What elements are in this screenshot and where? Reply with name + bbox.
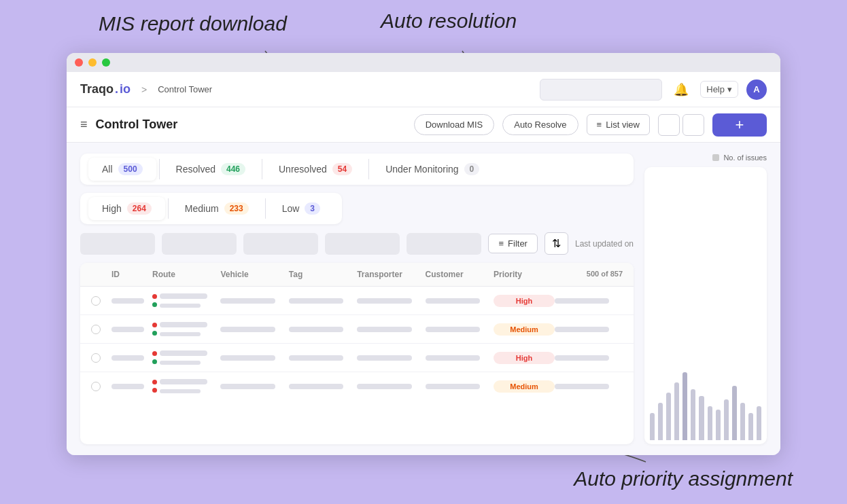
close-btn[interactable] bbox=[75, 58, 83, 67]
chart-bar bbox=[740, 403, 745, 440]
filter-row: ≡ Filter ⇅ Last updated on bbox=[80, 232, 634, 255]
priority-tab-high[interactable]: High 264 bbox=[88, 197, 165, 220]
row-checkbox[interactable] bbox=[91, 325, 101, 334]
help-label: Help bbox=[706, 84, 725, 94]
download-mis-button[interactable]: Download MIS bbox=[414, 114, 495, 135]
divider bbox=[168, 198, 169, 219]
last-updated-label: Last updated on bbox=[575, 239, 634, 249]
search-bar[interactable] bbox=[540, 79, 662, 101]
vehicle-cell bbox=[220, 355, 275, 361]
row-checkbox[interactable] bbox=[91, 353, 101, 363]
logo-traqo: Traqo bbox=[80, 82, 114, 96]
priority-medium-badge: 233 bbox=[224, 202, 249, 215]
chart-bar bbox=[732, 386, 737, 440]
priority-cell: High bbox=[494, 295, 555, 307]
status-tab-unresolved[interactable]: Unresolved 54 bbox=[265, 158, 366, 181]
status-resolved-badge: 446 bbox=[221, 163, 245, 175]
help-button[interactable]: Help ▾ bbox=[700, 81, 738, 98]
main-area: All 500 Resolved 446 Unresolved 54 bbox=[67, 143, 780, 455]
divider bbox=[368, 159, 369, 179]
logo: Traqo.io bbox=[80, 82, 131, 96]
created-cell bbox=[555, 355, 609, 361]
status-tab-monitoring[interactable]: Under Monitoring 0 bbox=[372, 158, 493, 181]
id-cell bbox=[111, 327, 144, 332]
list-icon: ≡ bbox=[597, 120, 602, 130]
status-unresolved-label: Unresolved bbox=[279, 164, 327, 175]
chart-bar bbox=[757, 406, 761, 440]
annotation-auto-res: Auto resolution bbox=[381, 10, 517, 33]
route-sub-cell bbox=[160, 332, 201, 336]
chart-bar bbox=[724, 399, 729, 440]
chart-bar bbox=[666, 393, 671, 440]
priority-cell: High bbox=[494, 352, 555, 364]
list-view-button[interactable]: ≡ List view bbox=[587, 114, 650, 135]
priority-high-label: High bbox=[102, 203, 122, 214]
add-button[interactable]: + bbox=[712, 113, 767, 137]
left-panel: All 500 Resolved 446 Unresolved 54 bbox=[80, 154, 634, 444]
vehicle-cell bbox=[220, 327, 275, 332]
transporter-cell bbox=[357, 327, 411, 332]
transporter-cell bbox=[357, 384, 411, 389]
bell-icon[interactable]: 🔔 bbox=[670, 79, 692, 101]
tag-cell bbox=[289, 327, 343, 332]
filter-skeleton-4 bbox=[325, 233, 400, 255]
created-cell bbox=[555, 327, 609, 332]
chart-bar bbox=[716, 410, 721, 440]
tag-cell bbox=[289, 384, 343, 389]
status-dot bbox=[152, 302, 157, 307]
status-monitoring-label: Under Monitoring bbox=[385, 164, 458, 175]
row-checkbox[interactable] bbox=[91, 382, 101, 391]
status-dot bbox=[152, 323, 157, 327]
table-row: High bbox=[80, 344, 634, 372]
status-tab-resolved[interactable]: Resolved 446 bbox=[162, 158, 259, 181]
chart-bar bbox=[674, 382, 679, 440]
priority-tab-medium[interactable]: Medium 233 bbox=[171, 197, 262, 220]
priority-tabs: High 264 Medium 233 Low 3 bbox=[80, 193, 342, 224]
maximize-btn[interactable] bbox=[102, 58, 110, 67]
col-id: ID bbox=[111, 270, 152, 279]
page-header: ≡ Control Tower Download MIS Auto Resolv… bbox=[67, 107, 780, 143]
id-cell bbox=[111, 298, 144, 304]
sort-button[interactable]: ⇅ bbox=[544, 232, 568, 255]
customer-cell bbox=[426, 327, 480, 332]
status-dot bbox=[152, 294, 157, 299]
logo-io: io bbox=[120, 82, 131, 96]
status-all-badge: 500 bbox=[118, 163, 143, 175]
list-view-label: List view bbox=[606, 120, 640, 130]
table-header: ID Route Vehicle Tag Transporter Custome… bbox=[80, 263, 634, 287]
status-tab-all[interactable]: All 500 bbox=[88, 158, 156, 181]
table-row: Medium bbox=[80, 315, 634, 344]
route-sub-cell bbox=[160, 361, 201, 365]
page-title: Control Tower bbox=[96, 118, 178, 132]
hamburger-icon[interactable]: ≡ bbox=[80, 118, 88, 132]
right-panel: No. of issues bbox=[644, 154, 767, 444]
list-view-btn[interactable] bbox=[682, 114, 704, 136]
status-dot bbox=[152, 388, 157, 393]
col-customer: Customer bbox=[426, 270, 494, 279]
col-vehicle: Vehicle bbox=[220, 270, 288, 279]
col-transporter: Transporter bbox=[357, 270, 425, 279]
minimize-btn[interactable] bbox=[88, 58, 97, 67]
customer-cell bbox=[426, 384, 480, 389]
col-check bbox=[91, 270, 111, 279]
created-cell bbox=[555, 384, 609, 389]
status-unresolved-badge: 54 bbox=[332, 163, 352, 175]
annotation-auto-pri: Auto priority assignment bbox=[574, 467, 793, 490]
divider bbox=[159, 159, 160, 179]
avatar[interactable]: A bbox=[746, 79, 767, 100]
filter-skeleton-1 bbox=[80, 233, 155, 255]
tag-cell bbox=[289, 355, 343, 361]
filter-skeleton-5 bbox=[407, 233, 481, 255]
auto-resolve-button[interactable]: Auto Resolve bbox=[502, 114, 578, 135]
priority-tab-low[interactable]: Low 3 bbox=[269, 197, 334, 220]
row-checkbox[interactable] bbox=[91, 296, 101, 306]
annotation-mis: MIS report download bbox=[99, 12, 287, 35]
status-resolved-label: Resolved bbox=[176, 164, 215, 175]
col-route: Route bbox=[152, 270, 220, 279]
filter-button[interactable]: ≡ Filter bbox=[488, 234, 537, 253]
breadcrumb-separator: > bbox=[141, 84, 147, 95]
id-cell bbox=[111, 355, 144, 361]
logo-dot: . bbox=[115, 82, 118, 96]
transporter-cell bbox=[357, 298, 411, 304]
grid-view-btn[interactable] bbox=[658, 114, 680, 136]
